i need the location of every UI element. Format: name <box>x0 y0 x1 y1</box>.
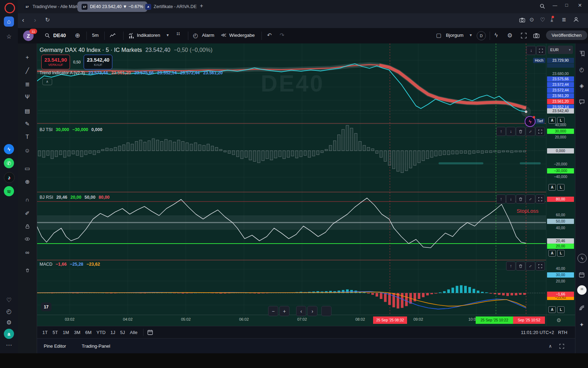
close-button[interactable]: ✕ <box>578 2 582 8</box>
tab-search-icon[interactable] <box>539 3 546 9</box>
favorites-heart-icon[interactable]: ♡ <box>4 295 14 305</box>
log-scale-button[interactable]: L <box>557 184 565 191</box>
trendline-tool-icon[interactable]: ╱ <box>23 66 32 75</box>
fullscreen-icon[interactable] <box>520 32 527 39</box>
object-tree-layers-icon[interactable]: ◈ <box>577 81 587 90</box>
pitchfork-tool-icon[interactable]: Ψ <box>23 93 32 102</box>
interval-button[interactable]: 5m <box>92 33 99 38</box>
log-scale-button[interactable]: L <box>557 250 565 257</box>
bookmark-heart-icon[interactable]: ♡ <box>540 16 545 23</box>
tsi-pane-up-button[interactable]: ↑ <box>496 127 506 136</box>
rsi-pane-corners-button[interactable] <box>536 195 545 204</box>
alarm-button[interactable]: Alarm <box>202 33 214 38</box>
currency-dropdown[interactable]: EUR ▾ <box>548 46 573 54</box>
crosshair-tool-icon[interactable]: + <box>23 53 32 62</box>
tsi-pane-down-button[interactable]: ↓ <box>506 127 516 136</box>
tsi-pane-trash-button[interactable] <box>516 127 525 136</box>
new-tab-button[interactable]: + <box>200 3 203 9</box>
bookmarks-star-icon[interactable]: ☆ <box>4 32 14 42</box>
publish-button[interactable]: Veröffentlichen <box>546 30 587 40</box>
tab-tradingview-markets[interactable]: 17 TradingView - Alle Märkte <box>20 1 86 12</box>
fib-tool-icon[interactable]: ≣ <box>23 80 32 89</box>
replay-button[interactable]: Wiedergabe <box>229 33 255 38</box>
auto-scale-button[interactable]: A <box>548 306 556 313</box>
reset-chart-button[interactable] <box>321 306 331 316</box>
zoom-in-button[interactable]: + <box>279 306 289 316</box>
emoji-tool-icon[interactable]: ☺ <box>23 146 32 155</box>
pattern-tool-icon[interactable]: ▤ <box>23 106 32 115</box>
alerts-clock-icon[interactable]: ◴ <box>577 64 587 74</box>
measure-tool-icon[interactable]: ▭ <box>23 164 32 173</box>
goto-date-calendar-icon[interactable] <box>147 329 153 335</box>
chart-canvas[interactable] <box>37 43 546 315</box>
axis-settings-gear-icon[interactable]: ⚙ <box>556 317 561 323</box>
forward-button[interactable]: › <box>34 16 36 24</box>
range-1J[interactable]: 1J <box>108 329 118 336</box>
reload-button[interactable]: ↻ <box>45 16 50 23</box>
screenshot-camera-icon[interactable] <box>533 32 540 39</box>
rsi-pane-up-button[interactable]: ↑ <box>496 195 506 204</box>
zoom-tool-icon[interactable]: ⊕ <box>23 177 32 186</box>
panels-icon[interactable]: ≣ <box>562 16 566 23</box>
session-rth[interactable]: RTH <box>558 330 567 335</box>
auto-scale-button[interactable]: A <box>548 250 556 257</box>
opera-logo-icon[interactable]: O <box>5 3 15 13</box>
hide-tool-icon[interactable] <box>23 234 32 244</box>
apps-grid-icon[interactable]: ⠛ <box>577 285 587 295</box>
scroll-right-button[interactable]: › <box>307 306 317 316</box>
auto-scale-button[interactable]: A <box>548 184 556 191</box>
chart-settings-gear-icon[interactable]: ⚙ <box>507 32 512 39</box>
layout-name-button[interactable]: Bjorgum <box>446 33 463 38</box>
zoom-out-button[interactable]: − <box>268 306 278 316</box>
draw-tool-icon[interactable]: ✐ <box>23 209 32 218</box>
downloads-icon[interactable]: ⤓ <box>551 16 553 23</box>
macd-legend[interactable]: MACD −1,66 −25,28 −23,62 <box>40 262 100 267</box>
macd-pane-up-button[interactable]: ↑ <box>506 261 516 271</box>
link-tool-icon[interactable]: ∞ <box>23 248 32 257</box>
tsi-legend[interactable]: BJ TSI 30,000 −30,000 0,000 <box>40 127 102 132</box>
profile-icon[interactable] <box>573 16 579 23</box>
calendar-icon[interactable] <box>577 270 587 280</box>
indicators-button[interactable]: Indikatoren <box>137 33 160 38</box>
extension-icon[interactable]: ⊙ <box>530 16 534 23</box>
lock-tool-icon[interactable] <box>23 222 32 231</box>
trend-indicator-legend[interactable]: Trend Indicator A (v2.3) 23.572,44 23.56… <box>40 70 223 75</box>
resolution-badge[interactable]: D <box>477 31 486 40</box>
rsi-legend[interactable]: BJ RSI 20,46 20,00 50,00 80,00 <box>40 195 110 200</box>
symbol-field[interactable]: DE40 <box>53 33 66 38</box>
range-5J[interactable]: 5J <box>118 329 127 336</box>
tab-zertifikate[interactable]: A Zertifikate - ARIVA.DE <box>141 1 201 12</box>
layout-caret-icon[interactable]: ▾ <box>470 33 472 38</box>
chat-icon[interactable] <box>577 97 587 107</box>
select-checkbox-icon[interactable]: ▢ <box>436 32 441 39</box>
chart-type-icon[interactable] <box>109 32 116 39</box>
tab-de40-active[interactable]: 17 DE40 23.542,40 ▼ −0.67% <box>77 1 147 12</box>
whatsapp-icon[interactable]: ✆ <box>4 158 14 168</box>
range-1T[interactable]: 1T <box>40 329 50 336</box>
range-6M[interactable]: 6M <box>83 329 93 336</box>
watchlist-icon[interactable] <box>577 48 587 58</box>
more-dots-icon[interactable]: ⋯ <box>4 340 14 350</box>
indicator-bot-icon[interactable]: ϟ <box>525 116 536 127</box>
remove-tool-icon[interactable] <box>23 266 32 275</box>
aria-icon[interactable]: a <box>4 329 14 339</box>
text-tool-icon[interactable]: T <box>23 132 32 142</box>
redo-icon[interactable]: ↷ <box>280 32 284 39</box>
tsi-pane-corners-button[interactable] <box>536 127 545 136</box>
range-5T[interactable]: 5T <box>50 329 60 336</box>
back-button[interactable]: ‹ <box>22 16 24 24</box>
layout-grid-icon[interactable]: ⠛ <box>176 32 180 39</box>
tab-pine-editor[interactable]: Pine Editor <box>44 343 66 349</box>
minimize-button[interactable]: — <box>553 3 557 8</box>
messenger-icon[interactable]: ϟ <box>4 144 14 154</box>
rsi-pane-down-button[interactable]: ↓ <box>506 195 516 204</box>
brush-tool-icon[interactable]: ✎ <box>23 119 32 128</box>
spotify-icon[interactable] <box>4 186 14 196</box>
range-Alle[interactable]: Alle <box>128 329 140 336</box>
tab-trading-panel[interactable]: Trading-Panel <box>82 343 110 349</box>
buy-button[interactable]: 23.542,40 KAUF <box>84 55 112 69</box>
alarm-clock-icon[interactable]: ◴ <box>193 32 198 39</box>
log-scale-button[interactable]: L <box>557 117 565 124</box>
symbol-title[interactable]: Germany DAX 40 Index · 5 · IC Markets <box>40 47 142 53</box>
panel-collapse-icon[interactable]: ∧ <box>548 343 552 349</box>
